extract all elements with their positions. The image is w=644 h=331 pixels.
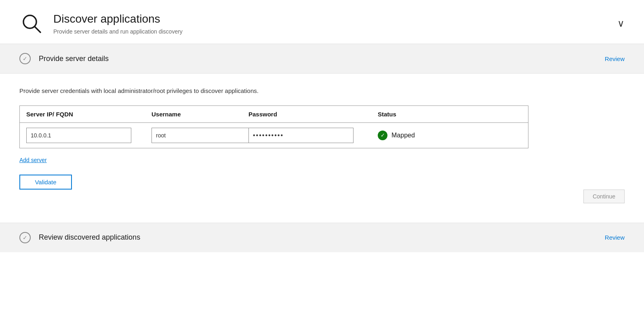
- step1-check-icon: ✓: [19, 53, 31, 64]
- step1-review-link[interactable]: Review: [605, 55, 625, 62]
- header-section: Discover applications Provide server det…: [0, 0, 644, 44]
- step1-description: Provide server credentials with local ad…: [19, 86, 625, 96]
- col-header-password: Password: [248, 111, 378, 118]
- step1-content: Provide server credentials with local ad…: [0, 74, 644, 223]
- step1-section: ✓ Provide server details Review Provide …: [0, 44, 644, 223]
- password-input[interactable]: [248, 128, 354, 143]
- continue-button-row: Continue: [19, 190, 625, 207]
- page-title: Discover applications: [53, 12, 183, 26]
- step2-header: ✓ Review discovered applications Review: [0, 223, 644, 252]
- status-text: Mapped: [391, 132, 415, 139]
- username-cell: [152, 128, 248, 143]
- svg-line-1: [35, 27, 41, 33]
- step2-header-left: ✓ Review discovered applications: [19, 232, 140, 243]
- validate-button[interactable]: Validate: [19, 175, 72, 190]
- col-header-server-ip: Server IP/ FQDN: [26, 111, 152, 118]
- header-text: Discover applications Provide server det…: [53, 12, 183, 35]
- continue-button[interactable]: Continue: [583, 190, 625, 203]
- step2-check-icon: ✓: [19, 232, 31, 243]
- header-left: Discover applications Provide server det…: [19, 11, 183, 36]
- status-cell: ✓ Mapped: [378, 131, 522, 140]
- step1-header-left: ✓ Provide server details: [19, 53, 109, 64]
- col-header-username: Username: [152, 111, 248, 118]
- server-table-header: Server IP/ FQDN Username Password Status: [20, 106, 528, 123]
- add-server-link[interactable]: Add server: [19, 157, 47, 163]
- search-icon: [19, 11, 44, 36]
- server-ip-input[interactable]: [26, 128, 131, 143]
- step2-section: ✓ Review discovered applications Review: [0, 223, 644, 252]
- status-check-icon: ✓: [378, 131, 387, 140]
- step2-review-link[interactable]: Review: [605, 234, 625, 241]
- col-header-status: Status: [378, 111, 522, 118]
- server-ip-cell: [26, 128, 152, 143]
- steps-container: ✓ Provide server details Review Provide …: [0, 44, 644, 252]
- step1-title: Provide server details: [39, 55, 109, 63]
- table-row: ✓ Mapped: [20, 123, 528, 148]
- step1-header: ✓ Provide server details Review: [0, 44, 644, 74]
- password-cell: [248, 128, 378, 143]
- validate-button-row: Validate: [19, 175, 625, 190]
- page-subtitle: Provide server details and run applicati…: [53, 28, 183, 35]
- collapse-icon[interactable]: ∨: [617, 18, 625, 29]
- page-container: Discover applications Provide server det…: [0, 0, 644, 331]
- username-input[interactable]: [152, 128, 257, 143]
- step2-title: Review discovered applications: [39, 233, 140, 242]
- server-table: Server IP/ FQDN Username Password Status: [19, 105, 528, 148]
